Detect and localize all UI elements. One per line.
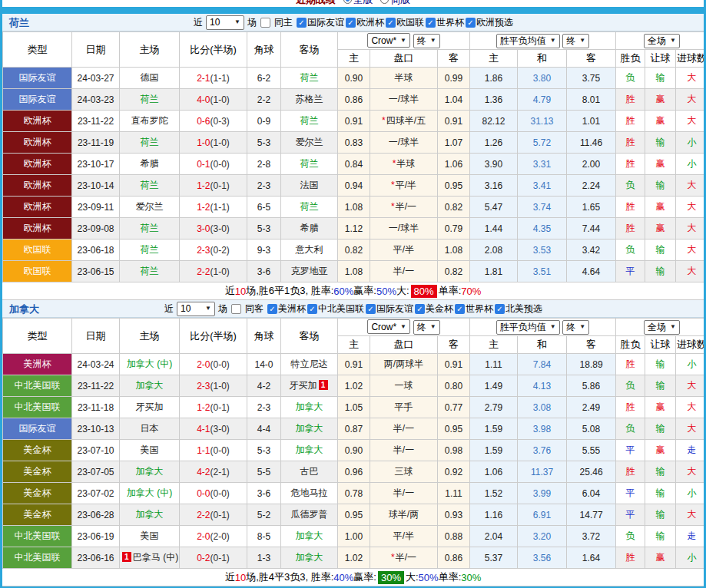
handicap-odds-home: 0.95 bbox=[338, 504, 370, 526]
col-handicap-result: 让球 bbox=[645, 336, 676, 354]
handicap-odds-away: 1.11 bbox=[438, 483, 470, 504]
chevron-down-icon: ▼ bbox=[550, 38, 556, 44]
company-select[interactable]: Crow*▼ bbox=[367, 33, 410, 48]
handicap-result-flag: 输 bbox=[645, 526, 676, 547]
version-option-simple[interactable]: 简版 bbox=[380, 0, 410, 5]
odds-final-select[interactable]: 终▼ bbox=[562, 34, 589, 48]
league-checkbox[interactable]: ✓ bbox=[415, 304, 425, 314]
col-corner: 角球 bbox=[247, 319, 281, 354]
handicap-odds-away: 0.79 bbox=[438, 218, 470, 239]
radio-full-icon[interactable] bbox=[343, 0, 352, 4]
odds-home: 1.81 bbox=[470, 261, 518, 282]
handicap-result-flag: 赢 bbox=[645, 197, 676, 218]
same-venue-checkbox[interactable] bbox=[260, 18, 270, 28]
section-header: 加拿大 近 10▼ 场 同客 ✓美洲杯✓中北美国联✓国际友谊✓美金杯✓世界杯✓北… bbox=[2, 300, 704, 318]
score: 0-2(0-1) bbox=[180, 547, 247, 569]
score: 0-6(0-3) bbox=[180, 111, 247, 132]
scope-select[interactable]: 全场▼ bbox=[644, 320, 680, 335]
odds-draw: 6.91 bbox=[518, 504, 567, 526]
corner-score: 3-6 bbox=[247, 483, 281, 504]
type-badge: 国际友谊 bbox=[3, 89, 72, 111]
company-select[interactable]: Crow*▼ bbox=[367, 319, 410, 334]
home-team: 1巴拿马 (中) bbox=[120, 547, 180, 569]
handicap-text: 四球半/五 bbox=[386, 115, 426, 126]
home-team-name: 牙买加 bbox=[136, 401, 164, 412]
handicap-result-flag: 输 bbox=[645, 239, 676, 261]
odds-home: 1.16 bbox=[470, 504, 518, 526]
league-checkbox[interactable]: ✓ bbox=[346, 18, 356, 28]
league-checkbox[interactable]: ✓ bbox=[307, 304, 317, 314]
match-row: 欧洲杯23-09-08荷兰3-0(3-0)5-3希腊1.12一/球半0.791.… bbox=[3, 218, 706, 239]
match-date: 23-06-28 bbox=[72, 504, 120, 526]
matches-count-select[interactable]: 10▼ bbox=[206, 15, 244, 30]
odds-final-select[interactable]: 终▼ bbox=[562, 320, 589, 335]
league-checkbox[interactable]: ✓ bbox=[366, 304, 376, 314]
league-checkbox[interactable]: ✓ bbox=[495, 304, 505, 314]
corner-score: 5-3 bbox=[247, 440, 281, 461]
summary-part: 大: bbox=[406, 570, 419, 584]
version-option-full[interactable]: 全版 bbox=[343, 0, 373, 5]
score: 2-0(0-0) bbox=[180, 354, 247, 375]
odds-draw: 4.35 bbox=[518, 218, 567, 239]
handicap-line: 平/半 bbox=[370, 239, 438, 261]
scope-select[interactable]: 全场▼ bbox=[644, 34, 680, 48]
match-date: 23-09-08 bbox=[72, 218, 120, 239]
page-frame: 近期战绩 全版 简版 荷兰 近 10▼ 场 同主 ✓国际友谊✓欧洲杯✓欧国联✓世… bbox=[0, 0, 706, 588]
result-flag: 胜 bbox=[616, 354, 645, 375]
radio-simple-icon[interactable] bbox=[380, 0, 389, 4]
odds-away: 5.55 bbox=[567, 440, 616, 461]
result-flag: 平 bbox=[616, 261, 645, 282]
league-checkbox[interactable]: ✓ bbox=[426, 18, 436, 28]
league-checkbox[interactable]: ✓ bbox=[466, 18, 476, 28]
handicap-result-flag: 输 bbox=[645, 461, 676, 483]
goals-result-flag: 大 bbox=[676, 68, 706, 89]
score: 0-0(0-0) bbox=[180, 483, 247, 504]
team-section: 加拿大 近 10▼ 场 同客 ✓美洲杯✓中北美国联✓国际友谊✓美金杯✓世界杯✓北… bbox=[2, 300, 704, 586]
handicap-final-select[interactable]: 终▼ bbox=[413, 34, 440, 48]
same-venue-checkbox[interactable] bbox=[231, 304, 241, 314]
odds-away: 5.86 bbox=[567, 375, 616, 397]
away-team-name: 古巴 bbox=[300, 466, 319, 477]
match-row: 美金杯23-07-05加拿大4-2(2-1)5-5古巴0.96三球0.921.0… bbox=[3, 461, 706, 483]
type-badge: 中北美国联 bbox=[3, 375, 72, 397]
fulltime-score: 0-6 bbox=[197, 116, 210, 127]
odds-away: 25.46 bbox=[567, 461, 616, 483]
league-checkbox[interactable]: ✓ bbox=[267, 304, 277, 314]
fulltime-score: 1-2 bbox=[197, 180, 210, 191]
home-team: 日本 bbox=[120, 418, 180, 440]
handicap-line: 半/一 bbox=[370, 440, 438, 461]
league-checkbox[interactable]: ✓ bbox=[386, 18, 396, 28]
corner-score: 3-6 bbox=[247, 261, 281, 282]
fulltime-score: 2-2 bbox=[197, 266, 210, 277]
match-row: 美金杯23-06-28加拿大2-2(0-1)5-2瓜德罗普0.95球半/两0.9… bbox=[3, 504, 706, 526]
odds-home: 82.12 bbox=[470, 111, 518, 132]
odds-type-select[interactable]: 胜平负均值▼ bbox=[496, 34, 560, 48]
away-team: 古巴 bbox=[281, 461, 338, 483]
odds-draw: 11.37 bbox=[518, 461, 567, 483]
fulltime-score: 1-2 bbox=[197, 202, 210, 213]
match-row: 国际友谊24-03-27德国2-1(1-1)6-2荷兰0.90半球0.991.8… bbox=[3, 68, 706, 89]
match-date: 23-07-05 bbox=[72, 461, 120, 483]
halftime-score: (0-1) bbox=[210, 510, 230, 520]
odds-type-select[interactable]: 胜平负均值▼ bbox=[496, 320, 560, 335]
handicap-odds-home: 0.82 bbox=[338, 239, 370, 261]
league-label: 美金杯 bbox=[426, 302, 453, 315]
halftime-score: (1-0) bbox=[210, 266, 230, 277]
changed-line-asterisk: * bbox=[391, 552, 395, 563]
league-checkbox[interactable]: ✓ bbox=[297, 18, 307, 28]
away-team: 危地马拉 bbox=[281, 483, 338, 504]
home-team-name: 美国 bbox=[141, 444, 159, 455]
page-title: 近期战绩 bbox=[296, 0, 336, 5]
odds-draw: 7.84 bbox=[518, 354, 567, 375]
goals-result-flag: 大 bbox=[676, 218, 706, 239]
away-team-name: 加拿大 bbox=[296, 444, 323, 455]
odds-home: 1.49 bbox=[470, 375, 518, 397]
col-handicap-away: 客 bbox=[438, 336, 470, 354]
league-checkbox[interactable]: ✓ bbox=[455, 304, 465, 314]
handicap-odds-away: 0.82 bbox=[438, 261, 470, 282]
odds-away: 5.08 bbox=[567, 418, 616, 440]
handicap-final-select[interactable]: 终▼ bbox=[413, 320, 440, 335]
matches-count-select[interactable]: 10▼ bbox=[177, 302, 215, 316]
odds-home: 2.04 bbox=[470, 526, 518, 547]
score: 2-2(1-0) bbox=[180, 261, 247, 282]
